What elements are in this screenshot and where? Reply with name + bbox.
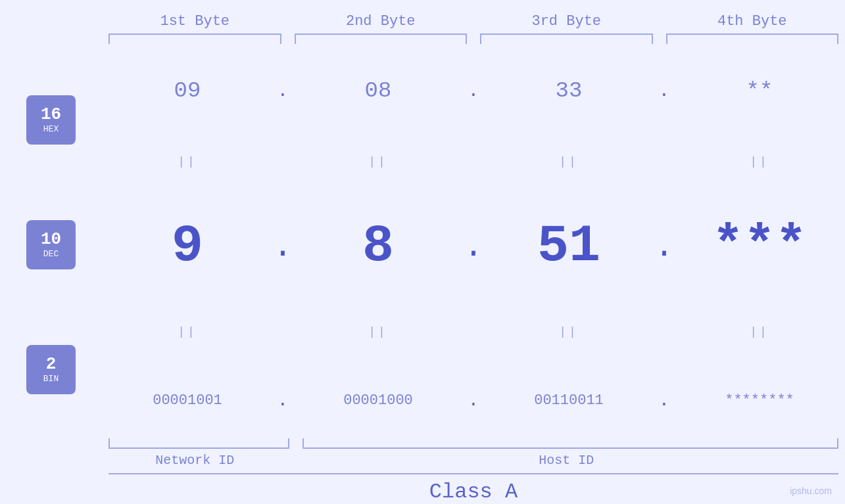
host-bracket — [302, 438, 839, 449]
eq2-b4: || — [674, 325, 845, 338]
id-labels: Network ID Host ID — [102, 453, 845, 468]
dec-b1: 9 — [102, 220, 273, 273]
equals-row-2: || || || || — [102, 322, 845, 342]
top-brackets — [0, 34, 845, 44]
hex-row: 09 . 08 . 33 . ** — [102, 78, 845, 103]
hex-b1: 09 — [102, 78, 273, 103]
byte-headers: 1st Byte 2nd Byte 3rd Byte 4th Byte — [0, 13, 845, 30]
byte2-header: 2nd Byte — [288, 13, 474, 30]
hex-dot1: . — [273, 81, 293, 101]
bracket-b3 — [480, 34, 653, 44]
byte1-header: 1st Byte — [102, 13, 288, 30]
bracket-b1 — [109, 34, 281, 44]
bottom-brackets — [102, 438, 845, 449]
byte3-header: 3rd Byte — [473, 13, 660, 30]
hex-dot2: . — [464, 81, 483, 101]
dec-dot1: . — [273, 228, 293, 265]
main-content: 16 HEX 10 DEC 2 BIN 09 . 08 . 33 . ** — [0, 51, 845, 438]
bin-row: 00001001 . 00001000 . 00110011 . *******… — [102, 390, 845, 411]
bin-badge: 2 BIN — [26, 345, 76, 394]
dec-badge-number: 10 — [41, 230, 61, 249]
dec-b4: *** — [674, 220, 845, 273]
dec-badge: 10 DEC — [26, 220, 76, 269]
eq1-b3: || — [483, 155, 654, 168]
hex-b3: 33 — [483, 78, 654, 103]
bin-badge-label: BIN — [43, 374, 59, 384]
byte4-header: 4th Byte — [660, 13, 846, 30]
bin-b3: 00110011 — [483, 392, 654, 409]
bin-badge-number: 2 — [46, 355, 57, 374]
hex-b2: 08 — [293, 78, 464, 103]
bin-dot2: . — [464, 390, 483, 411]
hex-dot3: . — [654, 81, 674, 101]
bracket-b4 — [666, 34, 839, 44]
bin-dot3: . — [654, 390, 674, 411]
bin-b1: 00001001 — [102, 392, 273, 409]
hex-badge: 16 HEX — [26, 95, 76, 145]
badges-column: 16 HEX 10 DEC 2 BIN — [0, 51, 102, 438]
dec-dot2: . — [464, 228, 483, 265]
class-line — [109, 473, 838, 474]
main-container: 1st Byte 2nd Byte 3rd Byte 4th Byte 16 H… — [0, 0, 845, 504]
class-row — [0, 473, 845, 474]
class-label-row: Class A — [0, 480, 845, 504]
bottom-section: Network ID Host ID — [0, 438, 845, 468]
eq1-b4: || — [674, 155, 845, 168]
network-bracket — [109, 438, 289, 449]
hex-b4: ** — [674, 78, 845, 103]
network-id-label: Network ID — [102, 453, 288, 468]
eq1-b1: || — [102, 155, 273, 168]
dec-badge-label: DEC — [43, 249, 59, 259]
bin-b2: 00001000 — [293, 392, 464, 409]
dec-b3: 51 — [483, 220, 654, 273]
hex-badge-label: HEX — [43, 124, 59, 134]
watermark: ipshu.com — [790, 486, 832, 496]
bracket-b2 — [295, 34, 468, 44]
data-rows: 09 . 08 . 33 . ** || || || || 9 . — [102, 51, 845, 438]
bin-dot1: . — [273, 390, 293, 411]
dec-b2: 8 — [293, 220, 464, 273]
hex-badge-number: 16 — [41, 105, 61, 124]
class-label: Class A — [102, 480, 845, 504]
bin-b4: ******** — [674, 392, 845, 409]
eq2-b3: || — [483, 325, 654, 338]
eq2-b2: || — [293, 325, 464, 338]
dec-row: 9 . 8 . 51 . *** — [102, 220, 845, 273]
eq2-b1: || — [102, 325, 273, 338]
host-id-label: Host ID — [288, 453, 846, 468]
dec-dot3: . — [654, 228, 674, 265]
equals-row-1: || || || || — [102, 152, 845, 172]
eq1-b2: || — [293, 155, 464, 168]
